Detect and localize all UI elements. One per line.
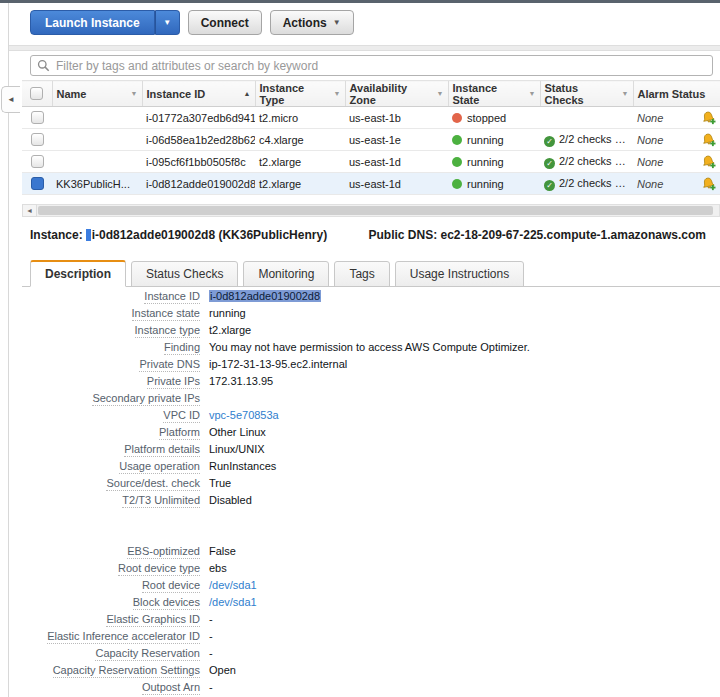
- launch-instance-button[interactable]: Launch Instance: [30, 10, 155, 35]
- description-field-row: VPC ID vpc-5e70853a: [35, 409, 685, 426]
- description-field-row: T2/T3 Unlimited Disabled: [35, 494, 685, 511]
- filter-input[interactable]: Filter by tags and attributes or search …: [30, 55, 713, 76]
- tab-label: Usage Instructions: [410, 267, 509, 281]
- description-field-row: Instance ID i-0d812adde019002d8: [35, 290, 685, 307]
- tab-description[interactable]: Description: [30, 260, 126, 287]
- column-header-label: Instance State: [453, 82, 527, 106]
- field-label: Elastic Inference accelerator ID: [35, 630, 200, 642]
- column-header-instance-type[interactable]: Instance Type ▼: [255, 81, 345, 107]
- column-header-alarm-status[interactable]: Alarm Status: [633, 81, 720, 107]
- field-value[interactable]: /dev/sda1: [209, 596, 257, 608]
- description-field-row: Platform details Linux/UNIX: [35, 443, 685, 460]
- field-value: 172.31.13.95: [209, 375, 273, 387]
- instance-state-dot-icon: [452, 135, 462, 145]
- cell-instance-type: t2.micro: [255, 107, 345, 129]
- table-row[interactable]: i-01772a307edb6d941 t2.micro us-east-1b …: [22, 107, 720, 129]
- cell-instance-state: running: [448, 173, 540, 195]
- cell-instance-id: i-06d58ea1b2ed28b62: [142, 129, 255, 151]
- instance-state-dot-icon: [452, 179, 462, 189]
- cell-instance-state: stopped: [448, 107, 540, 129]
- description-field-row: Finding You may not have permission to a…: [35, 341, 685, 358]
- sort-caret-icon: ▼: [529, 90, 536, 97]
- description-field-row: Elastic Inference accelerator ID -: [35, 630, 685, 647]
- description-field-row: Instance state running: [35, 307, 685, 324]
- status-check-icon: ✓: [544, 158, 555, 169]
- alarm-bell-icon[interactable]: [701, 111, 716, 125]
- description-field-row: [35, 511, 685, 528]
- chevron-down-icon: ▼: [333, 18, 341, 27]
- field-label: EBS-optimized: [35, 545, 200, 557]
- select-all-checkbox[interactable]: [30, 87, 43, 100]
- table-row[interactable]: i-095cf6f1bb0505f8c t2.xlarge us-east-1d…: [22, 151, 720, 173]
- cell-name: [52, 129, 142, 151]
- cell-instance-type: t2.xlarge: [255, 151, 345, 173]
- actions-label: Actions: [283, 16, 327, 30]
- cell-status-checks: ✓2/2 checks …: [540, 173, 633, 195]
- field-label: Instance type: [35, 324, 200, 336]
- scrollbar-thumb[interactable]: [38, 206, 713, 215]
- description-field-row: Capacity Reservation Settings Open: [35, 664, 685, 681]
- description-field-row: Block devices /dev/sda1: [35, 596, 685, 613]
- row-checkbox[interactable]: [31, 155, 44, 168]
- field-value: False: [209, 545, 236, 557]
- description-field-row: [35, 528, 685, 545]
- field-label: Finding: [35, 341, 200, 353]
- sidebar-collapse-handle[interactable]: ◄: [1, 86, 20, 113]
- alarm-bell-icon[interactable]: [701, 133, 716, 147]
- public-dns-value: ec2-18-209-67-225.compute-1.amazonaws.co…: [440, 228, 705, 242]
- description-field-row: Private DNS ip-172-31-13-95.ec2.internal: [35, 358, 685, 375]
- tab-status-checks[interactable]: Status Checks: [131, 261, 238, 287]
- row-checkbox[interactable]: [31, 177, 44, 190]
- column-header-instance-id[interactable]: Instance ID ▲: [142, 81, 255, 107]
- column-header-name[interactable]: Name ▼: [52, 81, 142, 107]
- column-header-status-checks[interactable]: Status Checks ▼: [540, 81, 633, 107]
- sort-caret-icon: ▲: [244, 90, 251, 97]
- tab-usage-instructions[interactable]: Usage Instructions: [395, 261, 524, 287]
- filter-placeholder: Filter by tags and attributes or search …: [56, 59, 318, 73]
- actions-button[interactable]: Actions ▼: [270, 10, 354, 35]
- description-field-row: Instance type t2.xlarge: [35, 324, 685, 341]
- alarm-status-text: None: [637, 156, 663, 168]
- text-cursor: [86, 229, 91, 241]
- instance-state-dot-icon: [452, 157, 462, 167]
- table-row[interactable]: i-06d58ea1b2ed28b62 c4.xlarge us-east-1e…: [22, 129, 720, 151]
- field-value[interactable]: vpc-5e70853a: [209, 409, 279, 421]
- cell-status-checks: [540, 107, 633, 129]
- tab-tags[interactable]: Tags: [334, 261, 389, 287]
- field-label: Secondary private IPs: [35, 392, 200, 404]
- instances-table: Name ▼ Instance ID ▲ Instance Type ▼ Ava…: [22, 80, 720, 195]
- cell-instance-type: t2.xlarge: [255, 173, 345, 195]
- cell-instance-state: running: [448, 151, 540, 173]
- row-checkbox[interactable]: [31, 133, 44, 146]
- description-field-row: Root device type ebs: [35, 562, 685, 579]
- table-header-row: Name ▼ Instance ID ▲ Instance Type ▼ Ava…: [22, 81, 720, 107]
- instance-state-dot-icon: [452, 113, 462, 123]
- toolbar-divider-band: [9, 45, 720, 51]
- field-value: Open: [209, 664, 236, 676]
- field-label: Usage operation: [35, 460, 200, 472]
- description-field-row: EBS-optimized False: [35, 545, 685, 562]
- status-check-icon: ✓: [544, 180, 555, 191]
- sort-caret-icon: ▼: [622, 90, 629, 97]
- field-label: Outpost Arn: [35, 681, 200, 693]
- tab-monitoring[interactable]: Monitoring: [243, 261, 329, 287]
- column-header-availability-zone[interactable]: Availability Zone ▼: [345, 81, 448, 107]
- cell-instance-id: i-0d812adde019002d8: [142, 173, 255, 195]
- chevron-down-icon: ▼: [163, 18, 171, 27]
- launch-instance-dropdown-button[interactable]: ▼: [155, 10, 180, 35]
- scrollbar-track[interactable]: [37, 204, 720, 217]
- table-row[interactable]: KK36PublicH... i-0d812adde019002d8 t2.xl…: [22, 173, 720, 195]
- column-header-instance-state[interactable]: Instance State ▼: [448, 81, 540, 107]
- cell-status-checks: ✓2/2 checks …: [540, 151, 633, 173]
- description-field-row: Secondary private IPs: [35, 392, 685, 409]
- row-checkbox[interactable]: [31, 111, 44, 124]
- alarm-bell-icon[interactable]: [701, 177, 716, 191]
- scroll-left-button[interactable]: ◄: [22, 204, 37, 217]
- cell-instance-id: i-095cf6f1bb0505f8c: [142, 151, 255, 173]
- field-label: Private DNS: [35, 358, 200, 370]
- alarm-bell-icon[interactable]: [701, 155, 716, 169]
- field-value[interactable]: /dev/sda1: [209, 579, 257, 591]
- connect-button[interactable]: Connect: [188, 10, 262, 35]
- field-label: Capacity Reservation Settings: [35, 664, 200, 676]
- field-label: Platform details: [35, 443, 200, 455]
